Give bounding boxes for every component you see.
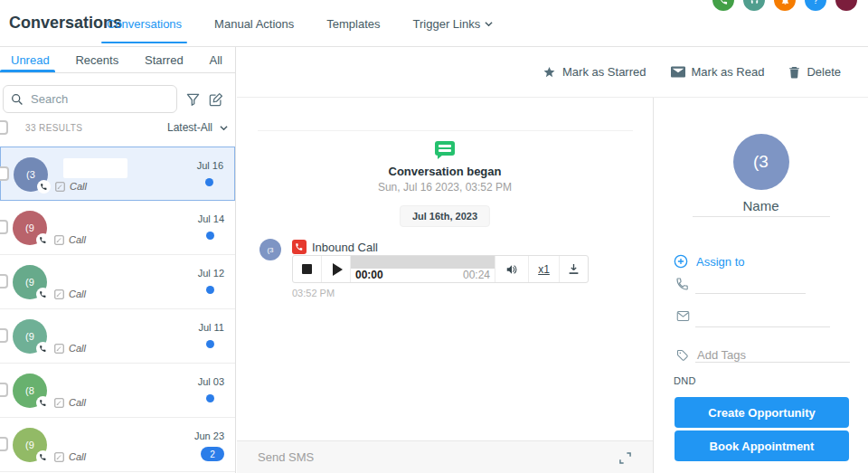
bell-icon[interactable] bbox=[774, 0, 796, 11]
search-icon bbox=[11, 93, 24, 106]
tab-trigger-links[interactable]: Trigger Links bbox=[413, 0, 494, 47]
results-row: 33 RESULTS Latest-All bbox=[0, 118, 235, 141]
mark-as-starred-button[interactable]: Mark as Starred bbox=[542, 65, 646, 79]
tab-conversations[interactable]: Conversations bbox=[107, 0, 182, 47]
conversation-began-time: Sun, Jul 16 2023, 03:52 PM bbox=[237, 181, 653, 194]
unread-dot bbox=[206, 340, 214, 348]
results-count: 33 RESULTS bbox=[25, 123, 82, 133]
tab-unread[interactable]: Unread bbox=[7, 47, 53, 72]
contact-avatar: (8 bbox=[13, 374, 47, 408]
phone-field-icon bbox=[675, 277, 690, 295]
tags-input-field[interactable] bbox=[695, 362, 850, 363]
contact-avatar: (9 bbox=[13, 265, 47, 299]
email-input-field[interactable] bbox=[695, 326, 830, 327]
progress-bar bbox=[351, 256, 495, 269]
conversations-app: Conversations Conversations Manual Actio… bbox=[0, 0, 868, 473]
message-type: Call bbox=[54, 343, 86, 354]
inbound-call-icon bbox=[292, 240, 307, 254]
call-timestamp: 03:52 PM bbox=[292, 288, 335, 298]
search-input[interactable] bbox=[31, 92, 148, 106]
tab-recents[interactable]: Recents bbox=[71, 47, 122, 72]
conversation-item-6[interactable]: (9 Call Jun 23 2 bbox=[0, 418, 235, 472]
star-icon bbox=[542, 65, 556, 79]
contact-avatar: (3 bbox=[14, 157, 48, 192]
header-quick-actions: ? bbox=[712, 0, 857, 11]
call-sender-avatar: (3 bbox=[259, 239, 281, 260]
top-navigation: Conversations Conversations Manual Actio… bbox=[0, 0, 868, 47]
row-checkbox[interactable] bbox=[0, 383, 8, 397]
conversation-began-title: Conversation began bbox=[237, 165, 653, 178]
phone-badge-icon bbox=[36, 233, 50, 247]
row-checkbox[interactable] bbox=[0, 220, 8, 234]
row-checkbox[interactable] bbox=[0, 274, 8, 289]
user-avatar[interactable] bbox=[835, 0, 857, 11]
play-button[interactable] bbox=[322, 256, 351, 282]
conversation-item-5[interactable]: (8 Call Jul 03 bbox=[0, 364, 235, 418]
conversation-item-3[interactable]: (9 Call Jul 12 bbox=[0, 255, 235, 309]
chevron-down-icon bbox=[485, 20, 493, 28]
conversation-date: Jul 03 bbox=[198, 376, 224, 387]
tags-placeholder: Add Tags bbox=[697, 348, 746, 362]
conversation-item-4[interactable]: (9 Call Jul 11 bbox=[0, 309, 235, 364]
conversation-date: Jul 11 bbox=[198, 322, 224, 333]
sort-dropdown[interactable]: Latest-All bbox=[167, 121, 228, 134]
playback-speed-button[interactable]: x1 bbox=[529, 256, 560, 282]
conversation-date: Jul 12 bbox=[198, 268, 224, 279]
redacted-contact-name bbox=[63, 158, 127, 178]
row-checkbox[interactable] bbox=[0, 328, 8, 343]
plus-circle-icon bbox=[674, 254, 688, 269]
main-tabs: Conversations Manual Actions Templates T… bbox=[107, 0, 493, 47]
help-icon[interactable]: ? bbox=[805, 0, 826, 11]
create-opportunity-button[interactable]: Create Opportunity bbox=[675, 397, 849, 428]
conversation-date: Jul 14 bbox=[198, 213, 224, 224]
contact-name-field[interactable]: Name bbox=[654, 198, 868, 213]
note-icon bbox=[55, 182, 65, 192]
conversation-sidebar: Unread Recents Starred All 33 RESULTS La… bbox=[0, 47, 236, 473]
conversation-item-2[interactable]: (9 Call Jul 14 bbox=[0, 201, 235, 255]
phone-badge-icon bbox=[36, 450, 50, 464]
volume-button[interactable] bbox=[495, 256, 529, 282]
search-box[interactable] bbox=[3, 85, 177, 113]
mark-as-read-button[interactable]: Mark as Read bbox=[671, 65, 765, 79]
note-icon bbox=[54, 398, 64, 408]
expand-icon[interactable] bbox=[619, 451, 631, 463]
phone-icon[interactable] bbox=[712, 0, 734, 11]
phone-badge-icon bbox=[37, 180, 51, 194]
stop-button[interactable] bbox=[293, 256, 322, 282]
current-time: 00:00 bbox=[355, 269, 383, 281]
select-all-checkbox[interactable] bbox=[0, 120, 8, 135]
download-button[interactable] bbox=[560, 256, 588, 282]
headset-icon[interactable] bbox=[743, 0, 765, 11]
message-type: Call bbox=[54, 234, 86, 245]
conversation-date: Jun 23 bbox=[194, 430, 224, 441]
assign-to-button[interactable]: Assign to bbox=[674, 254, 744, 269]
filter-icon[interactable] bbox=[183, 90, 203, 109]
tab-templates[interactable]: Templates bbox=[326, 0, 380, 47]
thread-divider bbox=[258, 130, 633, 131]
audio-player: 00:00 00:24 x1 bbox=[292, 255, 589, 283]
tab-starred[interactable]: Starred bbox=[141, 47, 187, 72]
unread-dot bbox=[206, 394, 214, 402]
delete-button[interactable]: Delete bbox=[788, 65, 841, 79]
note-icon bbox=[54, 344, 64, 354]
speaker-icon bbox=[505, 263, 518, 276]
row-checkbox[interactable] bbox=[0, 166, 9, 181]
unread-dot bbox=[206, 286, 214, 294]
contact-panel: (3 Name Assign to Add Tags DND Create Op… bbox=[653, 98, 868, 473]
page-title: Conversations bbox=[9, 14, 122, 33]
sms-composer-bar[interactable]: Send SMS bbox=[237, 440, 653, 473]
contact-avatar: (9 bbox=[13, 428, 47, 462]
phone-input-field[interactable] bbox=[695, 293, 806, 294]
tab-all[interactable]: All bbox=[206, 47, 226, 72]
tab-manual-actions[interactable]: Manual Actions bbox=[214, 0, 294, 47]
conversation-item-1[interactable]: (3 Call Jul 16 bbox=[0, 147, 235, 201]
progress-track[interactable]: 00:00 00:24 bbox=[351, 256, 495, 282]
name-field-underline bbox=[693, 216, 830, 217]
book-appointment-button[interactable]: Book Appointment bbox=[675, 430, 849, 461]
unread-dot bbox=[206, 232, 214, 240]
compose-icon[interactable] bbox=[206, 90, 226, 109]
stop-icon bbox=[302, 264, 312, 274]
phone-badge-icon bbox=[36, 342, 50, 355]
message-type: Call bbox=[54, 289, 86, 299]
row-checkbox[interactable] bbox=[0, 437, 8, 451]
